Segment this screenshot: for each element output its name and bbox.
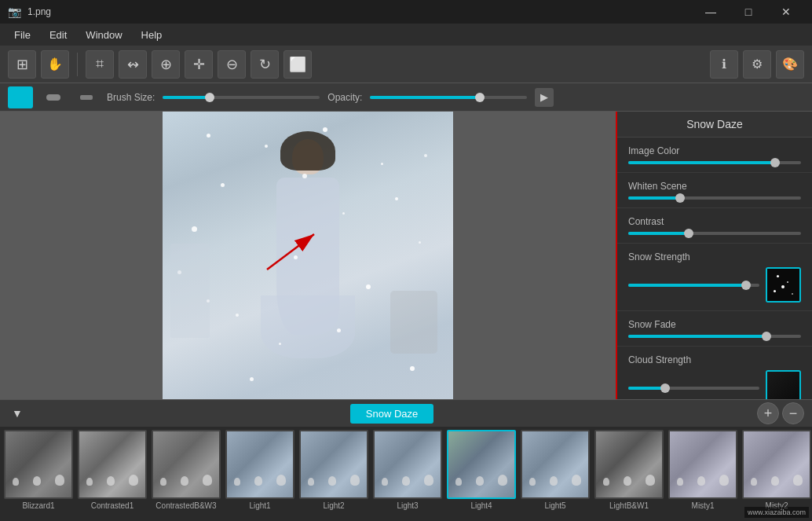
param-whiten-scene-label: Whiten Scene (628, 181, 801, 192)
film-item-light4[interactable]: Light4 (446, 430, 517, 518)
film-item-misty2[interactable]: Misty2 (741, 430, 812, 518)
film-label-5: Light3 (397, 501, 418, 510)
param-image-color: Image Color (617, 138, 812, 173)
brush-icon-2 (46, 94, 60, 101)
title-bar: 📷 1.png — □ ✕ (0, 0, 812, 24)
maximize-button[interactable]: □ (730, 0, 766, 24)
brush-size-slider[interactable] (163, 96, 320, 99)
opacity-slider[interactable] (370, 96, 527, 99)
title-bar-left: 📷 1.png (8, 6, 51, 18)
param-contrast-row (628, 232, 801, 235)
film-item-misty1[interactable]: Misty1 (668, 430, 738, 518)
contrast-slider[interactable] (628, 232, 801, 235)
param-snow-strength-row (628, 267, 801, 303)
filmstrip[interactable]: Blizzard1Contrasted1ContrastedB&W3Light1… (0, 427, 812, 521)
cloud-strength-preview (766, 370, 801, 399)
minimize-button[interactable]: — (693, 0, 729, 24)
cloud-strength-slider[interactable] (628, 387, 759, 390)
main-toolbar: ⊞ ✋ ⌗ ↭ ⊕ ✛ ⊖ ↻ ⬜ ℹ ⚙ 🎨 (0, 46, 812, 83)
param-cloud-strength: Cloud Strength (617, 347, 812, 399)
param-whiten-scene: Whiten Scene (617, 173, 812, 208)
brush-icon-3 (80, 95, 93, 100)
film-item-contrastedb-w3[interactable]: ContrastedB&W3 (151, 430, 221, 518)
remove-effect-button[interactable]: − (782, 402, 804, 424)
title-bar-controls: — □ ✕ (693, 0, 804, 24)
watermark: www.xiazaiba.com (744, 507, 809, 518)
effect-label-button[interactable]: Snow Daze (350, 404, 433, 424)
brush-icon-1 (13, 95, 28, 100)
menu-window[interactable]: Window (78, 26, 130, 44)
param-cloud-strength-row (628, 370, 801, 399)
menu-file[interactable]: File (6, 26, 38, 44)
brush-tool-1[interactable] (8, 86, 33, 108)
film-item-light1[interactable]: Light1 (225, 430, 295, 518)
brush-bar: Brush Size: Opacity: ▶ (0, 83, 812, 112)
film-label-6: Light4 (470, 501, 492, 510)
info-tool-button[interactable]: ℹ (710, 50, 738, 79)
film-item-light2[interactable]: Light2 (298, 430, 369, 518)
zoom-in-tool-button[interactable]: ⊕ (152, 50, 180, 79)
add-remove-buttons: + − (757, 402, 804, 424)
film-item-light3[interactable]: Light3 (372, 430, 443, 518)
film-label-7: Light5 (544, 501, 565, 510)
collapse-button[interactable]: ▼ (8, 404, 27, 423)
snow-fade-slider[interactable] (628, 335, 801, 338)
param-snow-strength-label: Snow Strength (628, 251, 801, 262)
brush-tool-2[interactable] (41, 86, 66, 108)
move-tool-button[interactable]: ✛ (185, 50, 213, 79)
param-snow-strength: Snow Strength (617, 244, 812, 311)
red-arrow-annotation (259, 222, 330, 277)
menu-bar: File Edit Window Help (0, 24, 812, 46)
film-item-light5[interactable]: Light5 (520, 430, 591, 518)
window-title: 1.png (27, 6, 51, 17)
zoom-out-tool-button[interactable]: ⊖ (218, 50, 246, 79)
param-snow-fade-label: Snow Fade (628, 319, 801, 330)
menu-edit[interactable]: Edit (42, 26, 75, 44)
film-item-contrasted1[interactable]: Contrasted1 (77, 430, 148, 518)
bottom-bar: ▼ Snow Daze + − (0, 399, 812, 427)
snow-strength-slider[interactable] (628, 284, 759, 287)
film-label-8: LightB&W1 (609, 501, 649, 510)
effects-tool-button[interactable]: 🎨 (776, 50, 804, 79)
param-image-color-row (628, 161, 801, 164)
param-contrast-label: Contrast (628, 216, 801, 227)
film-label-2: ContrastedB&W3 (155, 501, 216, 510)
brush-bar-expand-button[interactable]: ▶ (535, 88, 554, 107)
param-snow-fade: Snow Fade (617, 311, 812, 347)
film-item-lightb-w1[interactable]: LightB&W1 (594, 430, 664, 518)
snow-strength-preview (766, 267, 801, 303)
film-item-blizzard1[interactable]: Blizzard1 (3, 430, 74, 518)
frame-tool-button[interactable]: ⬜ (283, 50, 312, 79)
film-label-9: Misty1 (692, 501, 715, 510)
film-label-1: Contrasted1 (91, 501, 134, 510)
param-whiten-scene-row (628, 196, 801, 200)
crop-tool-button[interactable]: ⌗ (86, 50, 114, 79)
film-label-3: Light1 (249, 501, 270, 510)
param-cloud-strength-label: Cloud Strength (628, 354, 801, 365)
film-label-0: Blizzard1 (22, 501, 54, 510)
add-effect-button[interactable]: + (757, 402, 779, 424)
opacity-label: Opacity: (327, 92, 362, 103)
canvas-area[interactable] (0, 112, 616, 399)
image-color-slider[interactable] (628, 161, 801, 164)
image-tool-button[interactable]: ⊞ (8, 50, 36, 79)
rotate-tool-button[interactable]: ↻ (251, 50, 279, 79)
right-panel: Snow Daze Image Color Whiten Scene (616, 112, 812, 399)
param-snow-fade-row (628, 335, 801, 338)
svg-line-1 (267, 234, 314, 270)
panel-title: Snow Daze (617, 112, 812, 138)
menu-help[interactable]: Help (134, 26, 170, 44)
film-label-4: Light2 (323, 501, 344, 510)
toolbar-separator-1 (77, 53, 78, 76)
brush-size-label: Brush Size: (107, 92, 155, 103)
window-icon: 📷 (8, 6, 21, 18)
hand-tool-button[interactable]: ✋ (41, 50, 69, 79)
settings-tool-button[interactable]: ⚙ (743, 50, 771, 79)
brush-size-slider-container (163, 96, 320, 99)
warp-tool-button[interactable]: ↭ (119, 50, 147, 79)
main-area: Snow Daze Image Color Whiten Scene (0, 112, 812, 399)
brush-tool-3[interactable] (74, 86, 99, 108)
param-image-color-label: Image Color (628, 145, 801, 156)
close-button[interactable]: ✕ (768, 0, 804, 24)
whiten-scene-slider[interactable] (628, 196, 801, 200)
